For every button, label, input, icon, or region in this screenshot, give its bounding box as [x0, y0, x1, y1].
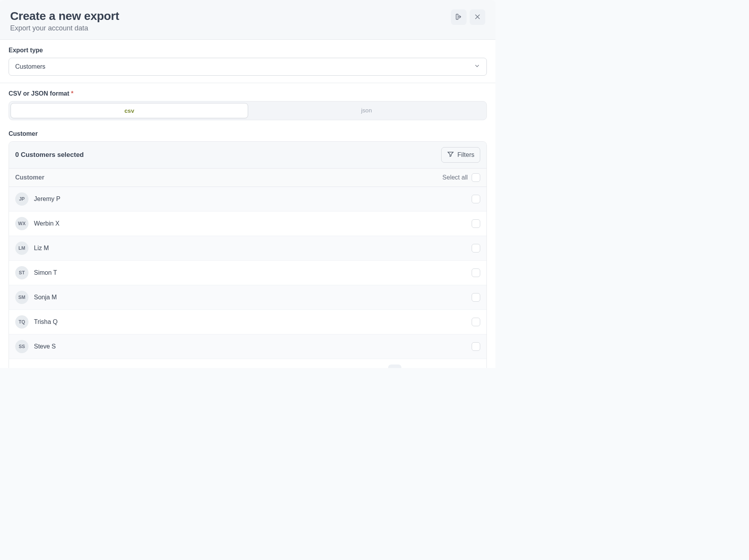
- row-checkbox[interactable]: [472, 244, 480, 252]
- avatar: ST: [15, 266, 28, 279]
- select-all-label: Select all: [442, 174, 468, 181]
- export-type-select[interactable]: Customers: [9, 58, 487, 76]
- avatar: TQ: [15, 315, 28, 329]
- customer-name: Werbin X: [34, 220, 60, 227]
- table-row[interactable]: LM Liz M: [9, 236, 486, 261]
- row-checkbox[interactable]: [472, 268, 480, 277]
- avatar: WX: [15, 217, 28, 230]
- export-type-value: Customers: [15, 63, 45, 70]
- prev-page-button-icon: [333, 367, 340, 368]
- format-option-csv[interactable]: csv: [11, 103, 248, 118]
- customer-name: Jeremy P: [34, 196, 60, 203]
- filters-button[interactable]: Filters: [441, 147, 480, 163]
- customer-section-label: Customer: [9, 130, 487, 137]
- first-page-button[interactable]: [310, 364, 323, 368]
- avatar: JP: [15, 192, 28, 206]
- table-row[interactable]: WX Werbin X: [9, 212, 486, 236]
- expand-sidebar-button[interactable]: [451, 9, 467, 25]
- first-page-button-icon: [313, 367, 320, 368]
- format-segmented-control: csv json: [9, 101, 487, 120]
- pagination-info: Showing 51 to 60 of 11786: [16, 368, 90, 368]
- expand-icon: [455, 13, 463, 22]
- avatar: SM: [15, 291, 28, 304]
- table-row[interactable]: TQ Trisha Q: [9, 310, 486, 334]
- table-row[interactable]: JP Jeremy P: [9, 187, 486, 212]
- close-icon: [474, 13, 481, 22]
- column-header-customer: Customer: [15, 174, 44, 181]
- page-title: Create a new export: [10, 9, 119, 23]
- customer-name: Liz M: [34, 245, 49, 252]
- close-button[interactable]: [470, 9, 485, 25]
- divider: [0, 83, 495, 83]
- row-checkbox[interactable]: [472, 293, 480, 302]
- last-page-button[interactable]: [466, 364, 479, 368]
- svg-rect-0: [456, 14, 458, 19]
- next-page-button[interactable]: [447, 364, 460, 368]
- customer-name: Simon T: [34, 269, 57, 276]
- avatar: LM: [15, 242, 28, 255]
- selected-count: 0 Customers selected: [15, 151, 84, 159]
- page-button-8[interactable]: 8: [427, 364, 440, 368]
- select-all-checkbox[interactable]: [472, 173, 480, 182]
- page-button-5[interactable]: 5: [369, 364, 382, 368]
- filter-icon: [447, 151, 454, 159]
- next-page-button-icon: [450, 367, 457, 368]
- row-checkbox[interactable]: [472, 318, 480, 326]
- chevron-down-icon: [474, 63, 480, 71]
- row-checkbox[interactable]: [472, 195, 480, 203]
- page-button-7[interactable]: 7: [408, 364, 421, 368]
- page-subtitle: Export your account data: [10, 24, 119, 32]
- table-row[interactable]: SS Steve S: [9, 334, 486, 359]
- table-row[interactable]: ST Simon T: [9, 261, 486, 285]
- filters-label: Filters: [457, 151, 474, 158]
- export-type-label: Export type: [9, 47, 487, 54]
- page-button-6[interactable]: 6: [388, 364, 401, 368]
- prev-page-button[interactable]: [330, 364, 343, 368]
- avatar: SS: [15, 340, 28, 353]
- customer-name: Sonja M: [34, 294, 57, 301]
- required-indicator: *: [71, 90, 73, 97]
- table-row[interactable]: SM Sonja M: [9, 285, 486, 310]
- format-option-json[interactable]: json: [248, 103, 485, 118]
- customer-name: Steve S: [34, 343, 56, 350]
- modal-header: Create a new export Export your account …: [0, 0, 495, 40]
- customer-name: Trisha Q: [34, 318, 58, 325]
- row-checkbox[interactable]: [472, 342, 480, 351]
- last-page-button-icon: [469, 367, 476, 368]
- row-checkbox[interactable]: [472, 219, 480, 228]
- page-button-4[interactable]: 4: [349, 364, 362, 368]
- format-label: CSV or JSON format *: [9, 90, 487, 97]
